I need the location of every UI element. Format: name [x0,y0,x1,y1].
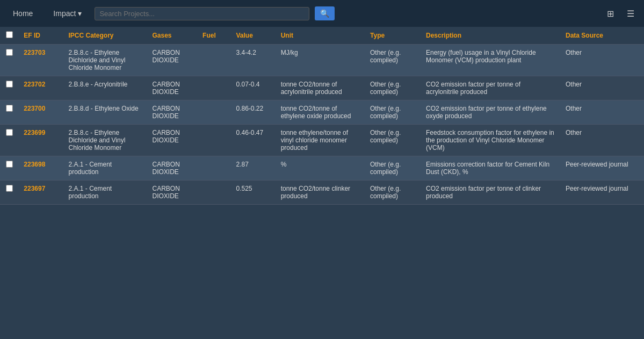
impact-label: Impact [53,9,76,18]
row-ef-id: 223702 [18,76,63,100]
header-ef-id: EF ID [18,27,63,45]
row-ipcc-category: 2.B.8.c - Ethylene Dichloride and Vinyl … [63,125,147,156]
ef-id-link[interactable]: 223698 [24,161,45,168]
row-data-source: Peer-reviewed journal [560,181,644,205]
row-checkbox[interactable] [6,185,13,192]
row-unit: tonne CO2/tonne clinker produced [276,181,365,205]
row-type: Other (e.g. compiled) [365,45,421,76]
table-row: 223700 2.B.8.d - Ethylene Oxide CARBON D… [0,100,644,125]
row-description: Feedstock consumption factor for ethylen… [421,125,560,156]
header-ipcc-category: IPCC Category [63,27,147,45]
row-ipcc-category: 2.B.8.c - Ethylene Dichloride and Vinyl … [63,45,147,76]
ef-id-link[interactable]: 223702 [24,81,45,88]
row-ipcc-category: 2.A.1 - Cement production [63,181,147,205]
row-checkbox[interactable] [6,49,13,56]
row-description: Emissions correction factor for Cement K… [421,156,560,181]
row-unit: tonne ethylene/tonne of vinyl chloride m… [276,125,365,156]
row-gases: CARBON DIOXIDE [147,181,197,205]
row-ipcc-category: 2.B.8.d - Ethylene Oxide [63,100,147,125]
table-wrapper: EF ID IPCC Category Gases Fuel Value Uni… [0,27,644,339]
row-fuel [197,125,230,156]
row-unit: % [276,156,365,181]
navbar: Home Impact ▾ 🔍 ⊞ ☰ [0,0,644,27]
header-unit: Unit [276,27,365,45]
row-checkbox-cell [0,181,18,205]
select-all-checkbox[interactable] [6,31,13,38]
row-type: Other (e.g. compiled) [365,156,421,181]
row-fuel [197,100,230,125]
header-data-source: Data Source [560,27,644,45]
row-value: 0.525 [230,181,275,205]
nav-impact[interactable]: Impact ▾ [46,5,89,22]
table-row: 223702 2.B.8.e - Acrylonitrile CARBON DI… [0,76,644,100]
row-value: 3.4-4.2 [230,45,275,76]
row-ef-id: 223703 [18,45,63,76]
data-table: EF ID IPCC Category Gases Fuel Value Uni… [0,27,644,205]
ef-id-link[interactable]: 223700 [24,105,45,112]
row-checkbox-cell [0,45,18,76]
search-input[interactable] [99,10,305,18]
header-checkbox-col [0,27,18,45]
search-container [95,7,309,20]
row-data-source: Other [560,76,644,100]
row-checkbox-cell [0,156,18,181]
row-ef-id: 223700 [18,100,63,125]
row-gases: CARBON DIOXIDE [147,125,197,156]
row-checkbox-cell [0,125,18,156]
row-value: 0.46-0.47 [230,125,275,156]
row-gases: CARBON DIOXIDE [147,76,197,100]
row-unit: tonne CO2/tonne of ethylene oxide produc… [276,100,365,125]
row-type: Other (e.g. compiled) [365,100,421,125]
row-description: CO2 emission factor per tonne of ethylen… [421,100,560,125]
row-unit: tonne CO2/tonne of acrylonitrile produce… [276,76,365,100]
row-data-source: Peer-reviewed journal [560,156,644,181]
header-type: Type [365,27,421,45]
row-checkbox[interactable] [6,129,13,136]
row-checkbox[interactable] [6,161,13,168]
row-fuel [197,45,230,76]
row-type: Other (e.g. compiled) [365,181,421,205]
row-ipcc-category: 2.B.8.e - Acrylonitrile [63,76,147,100]
row-checkbox-cell [0,76,18,100]
row-checkbox[interactable] [6,105,13,112]
table-row: 223703 2.B.8.c - Ethylene Dichloride and… [0,45,644,76]
row-type: Other (e.g. compiled) [365,125,421,156]
row-checkbox[interactable] [6,81,13,88]
nav-home[interactable]: Home [5,5,40,22]
table-header-row: EF ID IPCC Category Gases Fuel Value Uni… [0,27,644,45]
grid-view-button[interactable]: ⊞ [603,6,618,21]
row-gases: CARBON DIOXIDE [147,100,197,125]
row-gases: CARBON DIOXIDE [147,45,197,76]
ef-id-link[interactable]: 223703 [24,49,45,56]
table-row: 223697 2.A.1 - Cement production CARBON … [0,181,644,205]
row-description: CO2 emission factor per tonne of clinker… [421,181,560,205]
header-description: Description [421,27,560,45]
row-unit: MJ/kg [276,45,365,76]
row-checkbox-cell [0,100,18,125]
row-data-source: Other [560,100,644,125]
ef-id-link[interactable]: 223697 [24,185,45,192]
search-button[interactable]: 🔍 [315,6,335,20]
row-ef-id: 223699 [18,125,63,156]
chevron-down-icon: ▾ [78,9,82,18]
row-description: Energy (fuel) usage in a Vinyl Chloride … [421,45,560,76]
row-value: 2.87 [230,156,275,181]
row-ef-id: 223697 [18,181,63,205]
nav-icons: ⊞ ☰ [603,6,639,21]
row-data-source: Other [560,125,644,156]
row-fuel [197,181,230,205]
row-fuel [197,76,230,100]
row-ef-id: 223698 [18,156,63,181]
header-fuel: Fuel [197,27,230,45]
table-row: 223699 2.B.8.c - Ethylene Dichloride and… [0,125,644,156]
row-description: CO2 emission factor per tonne of acrylon… [421,76,560,100]
ef-id-link[interactable]: 223699 [24,129,45,136]
header-gases: Gases [147,27,197,45]
row-type: Other (e.g. compiled) [365,76,421,100]
row-gases: CARBON DIOXIDE [147,156,197,181]
row-value: 0.86-0.22 [230,100,275,125]
row-fuel [197,156,230,181]
row-data-source: Other [560,45,644,76]
list-view-button[interactable]: ☰ [623,6,639,21]
row-value: 0.07-0.4 [230,76,275,100]
